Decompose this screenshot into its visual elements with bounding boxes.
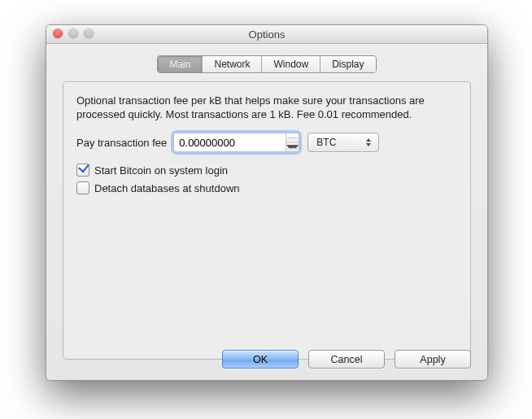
- checkbox-start-on-login-label: Start Bitcoin on system login: [94, 164, 228, 177]
- fee-spinbox[interactable]: [173, 133, 299, 152]
- tab-window[interactable]: Window: [262, 56, 321, 72]
- main-panel: Optional transaction fee per kB that hel…: [63, 81, 471, 360]
- zoom-icon[interactable]: [84, 28, 94, 38]
- unit-select[interactable]: BTC: [307, 133, 379, 152]
- fee-step-down[interactable]: [286, 143, 299, 152]
- chevron-down-icon: [286, 145, 299, 149]
- checkbox-start-on-login[interactable]: [76, 164, 89, 177]
- checkbox-detach-db-label: Detach databases at shutdown: [94, 182, 240, 194]
- cancel-button[interactable]: Cancel: [308, 350, 385, 369]
- titlebar: Options: [46, 25, 487, 44]
- unit-select-value: BTC: [316, 137, 359, 148]
- close-icon[interactable]: [53, 28, 63, 38]
- window-title: Options: [249, 28, 286, 41]
- tab-display[interactable]: Display: [321, 56, 375, 72]
- options-window: Options Main Network Window Display Opti…: [46, 24, 488, 381]
- chevron-up-icon: [286, 137, 299, 138]
- fee-description: Optional transaction fee per kB that hel…: [76, 94, 457, 121]
- checkbox-detach-db[interactable]: [76, 181, 89, 194]
- tab-network[interactable]: Network: [203, 56, 262, 72]
- fee-step-up[interactable]: [286, 133, 299, 143]
- fee-label: Pay transaction fee: [76, 137, 167, 149]
- ok-button[interactable]: OK: [222, 350, 299, 369]
- tab-main[interactable]: Main: [158, 56, 203, 72]
- select-handle-icon: [364, 138, 373, 146]
- fee-input[interactable]: [174, 133, 286, 151]
- apply-button[interactable]: Apply: [395, 350, 471, 369]
- tab-bar: Main Network Window Display: [46, 55, 487, 73]
- minimize-icon[interactable]: [68, 28, 78, 38]
- dialog-buttons: OK Cancel Apply: [222, 350, 471, 369]
